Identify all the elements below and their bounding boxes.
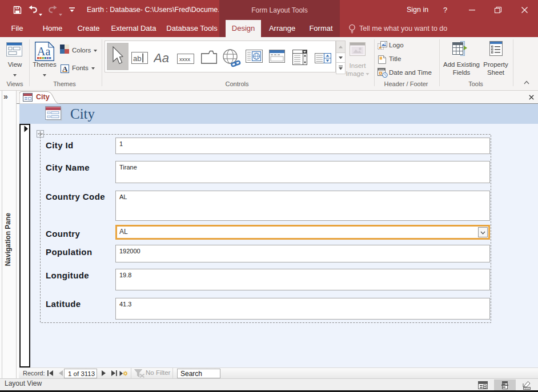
svg-text:Aa: Aa <box>37 45 50 58</box>
svg-text:Aa: Aa <box>154 52 169 64</box>
svg-text:ab: ab <box>133 54 141 63</box>
svg-text:xxxx: xxxx <box>179 56 190 62</box>
